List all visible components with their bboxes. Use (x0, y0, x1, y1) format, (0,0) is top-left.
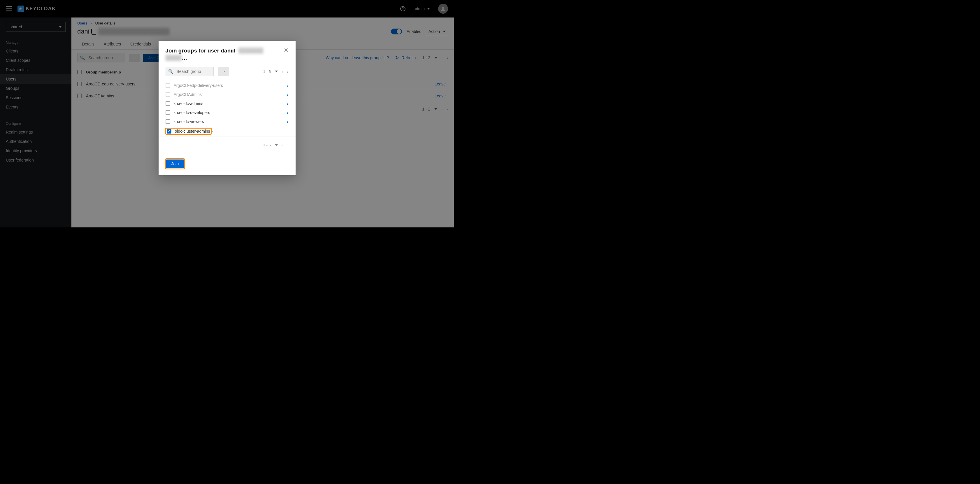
chevron-right-icon[interactable]: › (287, 119, 289, 124)
close-icon[interactable]: ✕ (284, 47, 289, 53)
group-checkbox[interactable] (165, 101, 170, 106)
group-row: krci-oidc-viewers› (159, 117, 296, 126)
modal-search-submit[interactable]: → (218, 67, 229, 76)
group-row: ArgoCD-edp-delivery-users› (159, 81, 296, 90)
prev-page-icon[interactable]: ‹ (282, 69, 283, 74)
chevron-right-icon[interactable]: › (287, 110, 289, 115)
next-page-icon[interactable]: › (287, 143, 288, 147)
caret-down-icon[interactable] (275, 144, 278, 146)
group-name: krci-oidc-viewers (174, 119, 287, 124)
group-name: ArgoCDAdmins (174, 92, 287, 97)
group-row: oidc-cluster-admins › (159, 126, 296, 137)
next-page-icon[interactable]: › (287, 69, 288, 74)
group-row: krci-oidc-developers› (159, 108, 296, 117)
group-name: oidc-cluster-admins (175, 129, 210, 134)
chevron-right-icon[interactable]: › (287, 83, 289, 88)
group-checkbox[interactable] (167, 129, 172, 134)
modal-search-field[interactable]: 🔍 (165, 67, 214, 76)
modal-bottom-range: 1 - 6 (263, 143, 271, 147)
group-checkbox[interactable] (165, 110, 170, 115)
modal-group-list: ArgoCD-edp-delivery-users› ArgoCDAdmins›… (159, 79, 296, 138)
modal-range: 1 - 6 (263, 69, 271, 74)
group-name: krci-oidc-developers (174, 110, 287, 115)
modal-join-button[interactable]: Join (166, 159, 184, 168)
group-row: ArgoCDAdmins› (159, 90, 296, 99)
search-icon: 🔍 (166, 69, 175, 74)
prev-page-icon[interactable]: ‹ (282, 143, 283, 147)
group-checkbox[interactable] (165, 119, 170, 124)
group-name: krci-oidc-admins (174, 101, 287, 106)
caret-down-icon[interactable] (275, 70, 278, 72)
modal-title: Join groups for user daniil_redacted nam… (165, 47, 276, 62)
group-checkbox (165, 83, 170, 88)
chevron-right-icon[interactable]: › (287, 101, 289, 106)
group-name: ArgoCD-edp-delivery-users (174, 83, 287, 88)
group-row: krci-oidc-admins› (159, 99, 296, 108)
chevron-right-icon[interactable]: › (212, 129, 213, 134)
chevron-right-icon[interactable]: › (287, 92, 289, 97)
join-groups-modal: Join groups for user daniil_redacted nam… (159, 41, 296, 175)
modal-search-input[interactable] (175, 67, 213, 76)
group-checkbox (165, 92, 170, 97)
